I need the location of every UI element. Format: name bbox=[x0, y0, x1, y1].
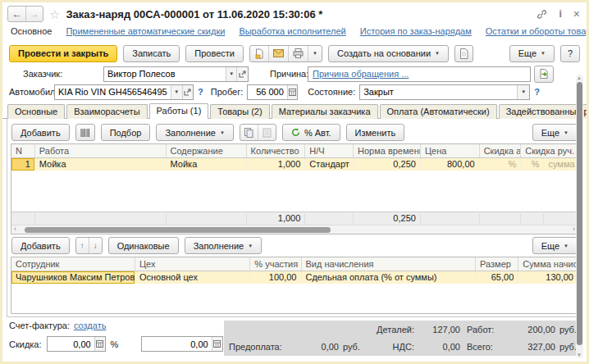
barcode-button[interactable] bbox=[75, 124, 95, 141]
nav-link-performer-output[interactable]: Выработка исполнителей bbox=[239, 26, 345, 36]
tab-goods[interactable]: Товары (2) bbox=[210, 104, 269, 119]
col-content[interactable]: Содержание bbox=[166, 144, 246, 157]
favorite-star-icon[interactable]: ☆ bbox=[49, 8, 60, 20]
create-based-on-button[interactable]: Создать на основании ▼ bbox=[328, 45, 449, 62]
nav-link-order-history[interactable]: История по заказ-нарядам bbox=[360, 26, 472, 36]
cell-discount-manual-sum[interactable]: сумма bbox=[544, 157, 578, 171]
col-price[interactable]: Цена bbox=[420, 144, 479, 157]
discount-percent-input[interactable] bbox=[48, 339, 94, 349]
back-button[interactable]: ← bbox=[8, 7, 25, 21]
vertical-scrollbar[interactable]: ▲ ▼ bbox=[576, 75, 583, 358]
scroll-right-icon[interactable]: › bbox=[573, 225, 575, 233]
tab-customer-materials[interactable]: Материалы заказчика bbox=[272, 104, 378, 119]
post-and-close-button[interactable]: Провести и закрыть bbox=[9, 45, 117, 62]
col-department[interactable]: Цех bbox=[135, 257, 249, 271]
employees-fill-button[interactable]: Заполнение ▼ bbox=[185, 237, 263, 254]
tab-payment[interactable]: Оплата (Автоматически) bbox=[380, 104, 497, 119]
send-email-button[interactable] bbox=[269, 46, 289, 61]
col-work[interactable]: Работа bbox=[34, 144, 166, 157]
cell-employee[interactable]: Чарушников Максим Петрович bbox=[11, 271, 135, 284]
works-more-button[interactable]: Еще ▼ bbox=[532, 124, 578, 141]
cell-discount-manual-pct[interactable]: % bbox=[521, 157, 544, 171]
link-icon[interactable] bbox=[536, 9, 547, 20]
works-add-button[interactable]: Добавить bbox=[11, 124, 70, 141]
write-button[interactable]: Записать bbox=[123, 45, 180, 62]
more-button[interactable]: Еще ▼ bbox=[509, 45, 555, 62]
customer-input[interactable] bbox=[104, 69, 226, 79]
discount-percent-calc-button[interactable] bbox=[94, 337, 105, 351]
state-input[interactable] bbox=[360, 87, 517, 97]
horizontal-scroll-thumb[interactable] bbox=[25, 227, 331, 233]
copy-rows-button[interactable] bbox=[240, 125, 258, 140]
col-time-norm[interactable]: Норма времени bbox=[353, 144, 420, 157]
cell-discount-auto[interactable]: % bbox=[479, 157, 521, 171]
invoice-create-link[interactable]: создать bbox=[74, 321, 106, 330]
cell-price[interactable]: 800,00 bbox=[420, 157, 479, 171]
cell-work[interactable]: Мойка bbox=[34, 157, 166, 171]
paste-rows-button[interactable] bbox=[258, 125, 276, 140]
col-rate[interactable]: Размер bbox=[476, 257, 518, 271]
works-pick-button[interactable]: Подбор bbox=[101, 124, 151, 141]
report-button[interactable] bbox=[454, 45, 473, 62]
identical-button[interactable]: Одинаковые bbox=[108, 237, 179, 254]
vehicle-dropdown-button[interactable]: ▼ bbox=[171, 85, 181, 99]
col-employee[interactable]: Сотрудник bbox=[11, 257, 135, 271]
customer-open-button[interactable] bbox=[236, 67, 248, 81]
employees-more-button[interactable]: Еще ▼ bbox=[532, 237, 578, 254]
works-fill-button[interactable]: Заполнение ▼ bbox=[156, 124, 234, 141]
col-n[interactable]: N bbox=[11, 144, 34, 157]
post-button[interactable]: Провести bbox=[185, 45, 244, 62]
cell-accrual[interactable]: Сдельная оплата (% от суммы) bbox=[301, 271, 476, 284]
discount-sum-calc-button[interactable] bbox=[212, 337, 223, 351]
info-icon[interactable]: i bbox=[559, 9, 561, 19]
cell-participation[interactable]: 100,00 bbox=[250, 271, 301, 284]
nav-link-goods-balance[interactable]: Остатки и обороты товаров в производстве bbox=[486, 26, 589, 36]
forward-button[interactable]: → bbox=[25, 7, 43, 21]
cell-n[interactable]: 1 bbox=[11, 157, 34, 171]
tab-works[interactable]: Работы (1) bbox=[149, 103, 209, 119]
discount-sum-input[interactable] bbox=[142, 339, 211, 349]
col-nch[interactable]: Н/Ч bbox=[305, 144, 354, 157]
vehicle-input[interactable] bbox=[55, 87, 171, 97]
works-edit-button[interactable]: Изменить bbox=[346, 124, 405, 141]
cell-time-norm[interactable]: 0,250 bbox=[353, 157, 420, 171]
horizontal-scrollbar[interactable]: ‹ › bbox=[11, 225, 578, 234]
nav-item-main[interactable]: Основное bbox=[11, 26, 52, 36]
employees-data-row[interactable]: Чарушников Максим Петрович Основной цех … bbox=[11, 271, 578, 284]
state-dropdown-button[interactable]: ▼ bbox=[517, 85, 529, 99]
col-discount-auto[interactable]: Скидка авт. bbox=[479, 144, 521, 157]
move-row-up-button[interactable]: ↑ bbox=[76, 238, 89, 253]
help-button[interactable]: ? bbox=[560, 45, 580, 62]
close-icon[interactable]: × bbox=[573, 8, 580, 20]
cell-nch[interactable]: Стандарт bbox=[305, 157, 354, 171]
scroll-down-icon[interactable]: ▼ bbox=[577, 353, 582, 357]
col-discount-manual[interactable]: Скидка руч. bbox=[521, 144, 578, 157]
mileage-calculator-button[interactable] bbox=[287, 85, 297, 99]
works-data-row[interactable]: 1 Мойка Мойка 1,000 Стандарт 0,250 800,0… bbox=[11, 157, 578, 171]
auto-percent-button[interactable]: % Авт. bbox=[282, 124, 340, 141]
reason-link[interactable]: Причина обращения ... bbox=[313, 69, 409, 79]
reason-pick-button[interactable] bbox=[534, 66, 554, 83]
employees-add-button[interactable]: Добавить bbox=[11, 237, 70, 254]
attach-file-button[interactable] bbox=[250, 46, 269, 61]
nav-link-auto-discounts[interactable]: Примененные автоматические скидки bbox=[66, 26, 225, 36]
cell-department[interactable]: Основной цех bbox=[135, 271, 249, 284]
mileage-input[interactable] bbox=[248, 87, 287, 97]
col-qty[interactable]: Количество bbox=[246, 144, 305, 157]
state-help-icon[interactable]: ? bbox=[534, 87, 540, 97]
customer-dropdown-button[interactable]: ▼ bbox=[226, 67, 237, 81]
cell-qty[interactable]: 1,000 bbox=[246, 157, 305, 171]
col-participation[interactable]: % участия bbox=[250, 257, 301, 271]
cell-amount[interactable]: 130,00 bbox=[518, 271, 578, 284]
cell-rate[interactable]: 65,00 bbox=[476, 271, 518, 284]
cell-content[interactable]: Мойка bbox=[166, 157, 246, 171]
vehicle-open-button[interactable] bbox=[182, 85, 193, 99]
vehicle-help-icon[interactable]: ? bbox=[198, 87, 203, 97]
tab-settlements[interactable]: Взаиморасчеты bbox=[66, 104, 147, 119]
scroll-up-icon[interactable]: ▲ bbox=[577, 75, 582, 80]
print-button[interactable] bbox=[289, 46, 308, 61]
vertical-scroll-thumb[interactable] bbox=[577, 82, 582, 345]
tab-main[interactable]: Основные bbox=[7, 104, 65, 119]
col-accrual[interactable]: Вид начисления bbox=[301, 257, 476, 271]
scroll-left-icon[interactable]: ‹ bbox=[14, 225, 16, 233]
